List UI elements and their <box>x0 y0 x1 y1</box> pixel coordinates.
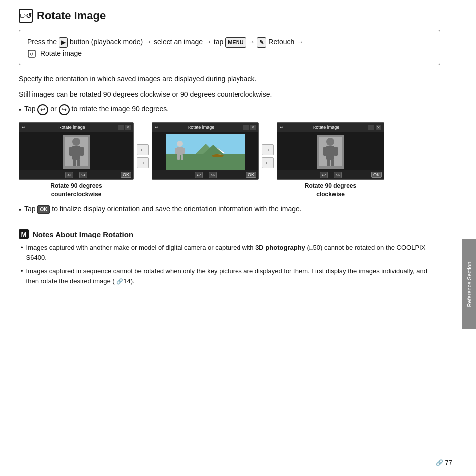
description-line2: Still images can be rotated 90 degrees c… <box>19 89 440 100</box>
notes-bullet-1: • Images captured with another make or m… <box>19 243 440 263</box>
screen-left-minimize: — <box>118 125 124 130</box>
binoculars-icon: 🔗 <box>436 459 443 466</box>
notes-title: M Notes About Image Rotation <box>19 229 440 239</box>
screen-right-rotate-ccw: ↩ <box>320 172 328 178</box>
arrow-left-btn2: ← <box>262 157 274 168</box>
reference-section-tab: Reference Section <box>462 239 476 329</box>
notes-m-icon: M <box>19 229 29 239</box>
svg-rect-30 <box>327 160 330 166</box>
screen-right-caption: Rotate 90 degrees clockwise <box>305 182 356 199</box>
tap-ok-bullet: • Tap OK to finalize display orientation… <box>19 204 440 215</box>
screen-left-title: Rotate image <box>58 125 85 130</box>
arrow-right-btn2: → <box>262 144 274 155</box>
svg-rect-31 <box>331 160 334 166</box>
screens-row: ↩ Rotate image — ✕ <box>19 122 440 199</box>
svg-rect-29 <box>334 147 338 156</box>
svg-rect-9 <box>73 160 76 166</box>
screen-center-rotate-cw: ↪ <box>209 172 217 178</box>
svg-point-16 <box>177 141 183 147</box>
screen-left: ↩ Rotate image — ✕ <box>19 122 134 180</box>
svg-rect-7 <box>69 147 73 156</box>
portrait-image-left <box>63 135 90 169</box>
svg-rect-6 <box>72 146 80 160</box>
svg-rect-28 <box>323 147 327 156</box>
svg-rect-27 <box>326 146 334 160</box>
arrow-right-btn: → <box>137 157 149 168</box>
screen-right-rotate-cw: ↪ <box>334 172 342 178</box>
rotate-image-title-icon <box>19 9 33 23</box>
notes-section: M Notes About Image Rotation • Images ca… <box>19 229 440 286</box>
screen-group-center: ↩ Rotate image — ✕ <box>152 122 259 199</box>
portrait-image-right <box>317 135 344 169</box>
ok-button-icon: OK <box>37 205 50 214</box>
screen-left-rotate-ccw: ↩ <box>65 172 73 178</box>
rotate-bullet: • Tap ↩ or ↪ to rotate the image 90 degr… <box>19 104 440 115</box>
svg-rect-21 <box>181 155 183 160</box>
rotate-ccw-icon: ↩ <box>37 104 48 115</box>
svg-text:↺: ↺ <box>30 52 34 57</box>
screen-left-rotate-cw: ↪ <box>79 172 87 178</box>
menu-button-icon: MENU <box>225 37 246 48</box>
page-number: 🔗 77 <box>436 459 452 466</box>
screen-right: ↩ Rotate image — ✕ <box>277 122 384 180</box>
rotate-cw-icon: ↪ <box>59 104 70 115</box>
svg-rect-8 <box>80 147 84 156</box>
screen-left-close: ✕ <box>125 125 131 130</box>
svg-point-5 <box>72 138 80 146</box>
description-line1: Specify the orientation in which saved i… <box>19 73 440 84</box>
playback-button-icon: ▶ <box>59 37 68 48</box>
screen-left-ok: OK <box>121 172 131 178</box>
svg-point-15 <box>212 154 224 157</box>
notes-bullet-2: • Images captured in sequence cannot be … <box>19 266 440 286</box>
instruction-box: Press the ▶ button (playback mode) → sel… <box>19 30 440 65</box>
svg-rect-0 <box>21 14 24 18</box>
page-title: Rotate Image <box>19 9 440 23</box>
screen-right-ok: OK <box>371 172 382 178</box>
back-arrow-left: ↩ <box>22 125 26 130</box>
landscape-image-center <box>166 134 245 170</box>
svg-rect-19 <box>182 148 185 154</box>
svg-rect-10 <box>77 160 80 166</box>
arrow-left-btn: ← <box>137 144 149 155</box>
screen-center-ok: OK <box>246 172 256 178</box>
svg-rect-20 <box>177 155 180 160</box>
arrows-center-right: → ← <box>259 144 277 168</box>
screen-center: ↩ Rotate image — ✕ <box>152 122 259 180</box>
screen-left-caption: Rotate 90 degrees counterclockwise <box>50 182 102 199</box>
arrows-left-center: ← → <box>134 144 152 168</box>
screen-center-rotate-ccw: ↩ <box>195 172 203 178</box>
screen-center-title: Rotate image <box>188 125 215 130</box>
screen-right-title: Rotate image <box>313 125 340 130</box>
screen-group-right: ↩ Rotate image — ✕ <box>277 122 384 199</box>
retouch-button-icon: ✎ <box>257 37 266 48</box>
screen-group-left: ↩ Rotate image — ✕ <box>19 122 134 199</box>
svg-rect-17 <box>177 147 183 155</box>
svg-point-26 <box>326 138 334 146</box>
svg-text:M: M <box>21 231 27 238</box>
svg-rect-18 <box>175 148 177 154</box>
